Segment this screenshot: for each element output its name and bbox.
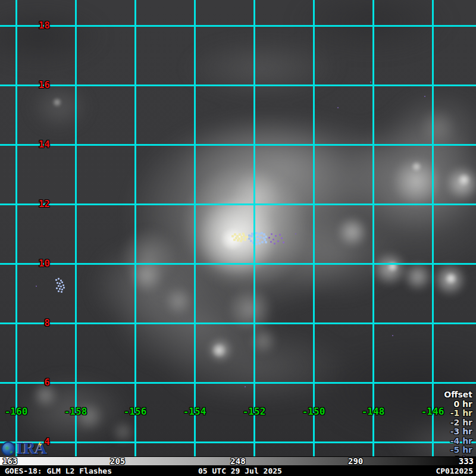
- latitude-label: 10: [0, 257, 50, 270]
- lightning-flash-dot: [233, 239, 236, 241]
- cira-logo: IRA: [1, 440, 46, 456]
- lightning-flash-dot: [275, 235, 277, 237]
- lightning-flash-dot: [255, 243, 258, 245]
- offset-legend-entry: -4 hr: [444, 437, 472, 446]
- colorbar-tick-label: 205: [110, 456, 125, 466]
- earth-globe-icon: [1, 441, 15, 456]
- cloud-texture-highlights: [0, 0, 476, 456]
- offset-legend-entry: -1 hr: [444, 409, 472, 418]
- lightning-flash-dot: [245, 386, 246, 387]
- lightning-flash-dot: [274, 243, 275, 245]
- lightning-flash-dot: [242, 233, 245, 235]
- lightning-flash-dot: [240, 240, 242, 242]
- lightning-flash-dot: [295, 233, 296, 234]
- offset-legend-entries: 0 hr-1 hr-2 hr-3 hr-4 hr-5 hr-6 hr: [444, 400, 472, 457]
- latitude-grid-line: [0, 322, 476, 324]
- lightning-flash-dot: [370, 82, 371, 83]
- offset-legend-entry: -5 hr: [444, 446, 472, 455]
- longitude-grid-line: [194, 0, 196, 456]
- lightning-flash-dot: [256, 236, 259, 238]
- lightning-flash-dot: [36, 286, 37, 287]
- latitude-label: 16: [0, 79, 50, 92]
- lightning-flash-dot: [57, 282, 58, 284]
- satellite-viewer-screen: Offset 0 hr-1 hr-2 hr-3 hr-4 hr-5 hr-6 h…: [0, 0, 476, 476]
- lightning-flash-dot: [58, 290, 60, 292]
- latitude-label: 6: [0, 376, 50, 389]
- status-bar: GOES-18: GLM L2 Flashes 05 UTC 29 Jul 20…: [0, 466, 476, 476]
- lightning-flash-dot: [271, 233, 273, 235]
- longitude-label: -148: [349, 405, 397, 418]
- lightning-flash-dot: [60, 286, 62, 287]
- latitude-grid-line: [0, 203, 476, 205]
- lightning-flash-dot: [58, 278, 60, 280]
- product-source-label: GOES-18: GLM L2 Flashes: [5, 466, 112, 475]
- longitude-grid-line: [253, 0, 255, 456]
- latitude-grid-line: [0, 382, 476, 384]
- lightning-flash-dot: [279, 234, 281, 236]
- longitude-label: -158: [52, 405, 99, 418]
- lightning-flash-dot: [261, 241, 264, 243]
- longitude-label: -152: [230, 405, 278, 418]
- lightning-flash-dot: [250, 240, 252, 242]
- longitude-grid-line: [432, 0, 434, 456]
- lightning-flash-dot: [58, 285, 60, 287]
- lightning-flash-dot: [424, 96, 425, 97]
- lightning-flash-dot: [265, 241, 267, 243]
- cloud-texture-storm-cores: [0, 0, 476, 456]
- lightning-flash-dot: [62, 284, 64, 286]
- offset-legend-title: Offset: [444, 390, 472, 400]
- cira-logo-letters: IRA: [16, 441, 46, 456]
- timestamp-label: 05 UTC 29 Jul 2025: [198, 466, 282, 475]
- lightning-flash-dot: [259, 236, 262, 239]
- lightning-flash-dot: [61, 291, 62, 293]
- lightning-flash-dot: [59, 288, 61, 290]
- colorbar-tick-label: 163: [2, 456, 17, 466]
- lightning-flash-dot: [273, 239, 274, 240]
- lightning-flash-dot: [262, 237, 265, 239]
- lightning-flash-dot: [281, 237, 283, 239]
- colorbar-tick-label: 248: [230, 456, 245, 466]
- offset-legend-entry: 0 hr: [444, 400, 472, 409]
- lightning-flash-dot: [283, 242, 284, 243]
- map-area: Offset 0 hr-1 hr-2 hr-3 hr-4 hr-5 hr-6 h…: [0, 0, 476, 456]
- offset-legend-entry: -3 hr: [444, 427, 472, 437]
- latitude-label: 18: [0, 19, 50, 32]
- latitude-grid-line: [0, 441, 476, 443]
- product-code-label: CP012025: [436, 466, 473, 475]
- longitude-label: -156: [111, 405, 159, 418]
- lightning-flash-dot: [257, 239, 259, 242]
- lightning-flash-dot: [55, 279, 57, 281]
- longitude-grid-line: [313, 0, 315, 456]
- lightning-flash-dot: [248, 234, 250, 237]
- latitude-label: 12: [0, 198, 50, 211]
- lightning-flash-dot: [59, 283, 61, 284]
- lightning-flash-dot: [244, 239, 246, 241]
- lightning-flash-dot: [265, 236, 267, 238]
- latitude-grid-line: [0, 84, 476, 86]
- lightning-flash-dot: [61, 289, 63, 290]
- lightning-flash-dot: [56, 287, 58, 289]
- brightness-temperature-colorbar: 163205248290333: [0, 456, 476, 466]
- latitude-grid-line: [0, 263, 476, 265]
- lightning-flash-dot: [337, 107, 339, 108]
- lightning-flash-dot: [258, 242, 261, 245]
- colorbar-tick-label: 333: [459, 456, 474, 466]
- latitude-label: 8: [0, 317, 50, 330]
- lightning-flash-dot: [63, 287, 65, 289]
- latitude-grid-line: [0, 144, 476, 146]
- longitude-label: -160: [0, 405, 40, 418]
- latitude-grid-line: [0, 25, 476, 27]
- longitude-grid-line: [372, 0, 374, 456]
- offset-legend-entry: -2 hr: [444, 418, 472, 428]
- lightning-flash-dot: [237, 239, 239, 242]
- lightning-flash-dot: [61, 281, 63, 283]
- lightning-flash-dot: [268, 237, 270, 239]
- colorbar-tick-label: 290: [348, 456, 363, 466]
- lightning-flash-dot: [255, 232, 258, 234]
- lightning-flash-dot: [277, 240, 279, 242]
- cloud-texture-base: [0, 0, 476, 456]
- lightning-flash-dot: [392, 335, 393, 336]
- latitude-label: 14: [0, 138, 50, 151]
- longitude-grid-line: [134, 0, 136, 456]
- lightning-flash-dot: [270, 241, 272, 243]
